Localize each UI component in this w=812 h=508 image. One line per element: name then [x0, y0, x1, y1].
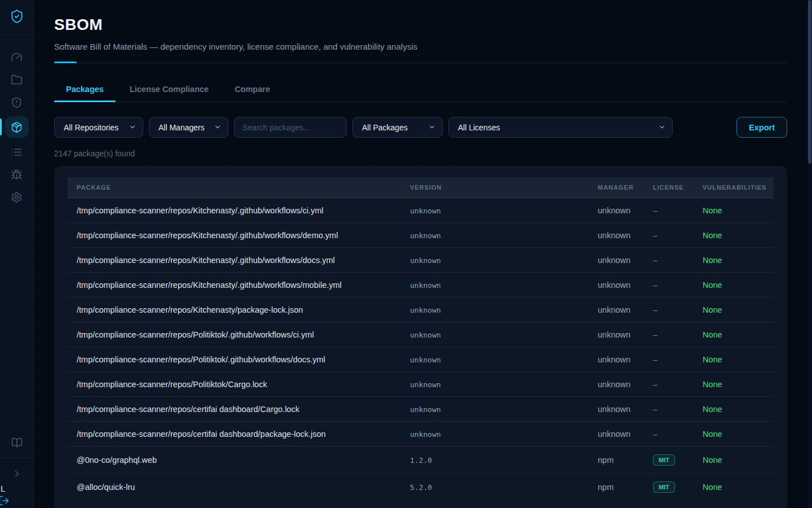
package-cell: @alloc/quick-lru: [68, 474, 401, 501]
vulnerabilities-cell: None: [694, 273, 774, 297]
table-row[interactable]: /tmp/compliance-scanner/repos/certifai d…: [68, 422, 774, 446]
table-row[interactable]: /tmp/compliance-scanner/repos/Kitchenast…: [68, 297, 774, 322]
vulnerabilities-cell: None: [694, 248, 774, 273]
vulnerabilities-cell: None: [694, 397, 774, 422]
manager-cell: npm: [589, 474, 644, 501]
vulnerabilities-cell: None: [694, 223, 774, 248]
tab-license-compliance[interactable]: License Compliance: [118, 85, 220, 102]
sidebar-item-repositories[interactable]: [6, 71, 28, 88]
manager-cell: unknown: [589, 223, 644, 248]
sidebar-item-security[interactable]: [6, 94, 28, 111]
vulnerabilities-cell: None: [694, 474, 774, 501]
package-type-filter-select[interactable]: All Packages: [352, 117, 443, 138]
page-scrollbar-thumb[interactable]: [808, 0, 811, 164]
manager-cell: unknown: [589, 347, 644, 372]
license-cell: –: [644, 422, 694, 446]
manager-cell: unknown: [589, 297, 644, 322]
column-header-vulnerabilities: Vulnerabilities: [694, 177, 774, 198]
table-row[interactable]: /tmp/compliance-scanner/repos/Kitchenast…: [68, 198, 774, 223]
sidebar-item-inventory-list[interactable]: [6, 143, 28, 160]
column-header-license: License: [644, 177, 694, 198]
table-row[interactable]: /tmp/compliance-scanner/repos/certifai d…: [68, 397, 774, 422]
license-value: –: [653, 355, 657, 364]
sidebar-item-docs[interactable]: [6, 434, 28, 451]
table-row[interactable]: /tmp/compliance-scanner/repos/Politiktok…: [68, 372, 774, 397]
shield-alert-icon: [11, 97, 23, 108]
vulnerabilities-cell: None: [694, 297, 774, 322]
version-cell: unknown: [401, 198, 589, 223]
page-subtitle: Software Bill of Materials — dependency …: [54, 42, 787, 51]
book-icon: [11, 437, 23, 448]
package-cell: /tmp/compliance-scanner/repos/Kitchenast…: [68, 198, 401, 223]
sidebar-nav: [0, 35, 33, 205]
license-filter-select[interactable]: All Licenses: [448, 117, 673, 138]
manager-cell: unknown: [589, 198, 644, 223]
clipped-tooltip-label: L: [1, 484, 5, 493]
license-value: –: [653, 305, 657, 314]
manager-cell: unknown: [589, 372, 644, 397]
bug-icon: [11, 169, 23, 181]
sidebar: L: [0, 0, 34, 508]
results-count: 2147 package(s) found: [54, 149, 787, 158]
column-header-version: Version: [401, 177, 589, 198]
license-value: –: [653, 405, 657, 414]
sidebar-divider: [0, 458, 34, 458]
gauge-icon: [11, 51, 23, 63]
tab-packages[interactable]: Packages: [54, 85, 116, 102]
table-row[interactable]: /tmp/compliance-scanner/repos/Politiktok…: [68, 322, 774, 347]
page-scrollbar-track[interactable]: [807, 0, 812, 508]
column-header-manager: Manager: [589, 177, 644, 198]
table-row[interactable]: /tmp/compliance-scanner/repos/Politiktok…: [68, 347, 774, 372]
license-cell: –: [644, 223, 694, 248]
sidebar-item-settings[interactable]: [6, 189, 28, 205]
version-cell: unknown: [401, 297, 589, 322]
header-divider: [54, 62, 787, 63]
logout-icon[interactable]: [0, 495, 10, 508]
license-cell: –: [644, 347, 694, 372]
packages-table-card: PackageVersionManagerLicenseVulnerabilit…: [54, 166, 787, 508]
package-type-filter: All Packages: [352, 117, 443, 138]
table-row[interactable]: /tmp/compliance-scanner/repos/Kitchenast…: [68, 223, 774, 248]
sidebar-item-dashboard[interactable]: [6, 49, 28, 65]
table-row[interactable]: /tmp/compliance-scanner/repos/Kitchenast…: [68, 273, 774, 297]
package-cell: @0no-co/graphql.web: [68, 446, 401, 474]
sidebar-item-sbom-packages[interactable]: [5, 116, 29, 138]
version-cell: unknown: [401, 397, 589, 422]
tab-bar: PackagesLicense ComplianceCompare: [54, 85, 787, 102]
license-value: –: [653, 430, 657, 439]
repository-filter: All Repositories: [54, 117, 143, 138]
header-accent-bar: [54, 62, 77, 63]
app-logo[interactable]: [0, 0, 34, 35]
main-content: SBOM Software Bill of Materials — depend…: [34, 0, 812, 508]
tab-compare[interactable]: Compare: [223, 85, 282, 102]
version-cell: unknown: [401, 347, 589, 372]
package-cell: /tmp/compliance-scanner/repos/certifai d…: [68, 422, 401, 446]
shield-check-icon: [10, 8, 24, 27]
table-row[interactable]: /tmp/compliance-scanner/repos/Kitchenast…: [68, 248, 774, 273]
manager-cell: unknown: [589, 397, 644, 422]
sidebar-item-issues[interactable]: [6, 166, 28, 183]
export-button[interactable]: Export: [736, 117, 787, 138]
table-row[interactable]: @alloc/quick-lru5.2.0npmMITNone: [68, 474, 774, 501]
sidebar-item-collapse[interactable]: [6, 465, 28, 482]
license-cell: –: [644, 297, 694, 322]
license-badge: MIT: [653, 481, 675, 493]
vulnerabilities-cell: None: [694, 372, 774, 397]
manager-filter: All Managers: [149, 117, 228, 138]
table-row[interactable]: @0no-co/graphql.web1.2.0npmMITNone: [68, 446, 774, 474]
chevron-right-icon: [11, 468, 23, 479]
repository-filter-select[interactable]: All Repositories: [54, 117, 143, 138]
manager-filter-select[interactable]: All Managers: [149, 117, 228, 138]
license-cell: –: [644, 397, 694, 422]
manager-cell: unknown: [589, 273, 644, 297]
license-cell: –: [644, 273, 694, 297]
search-packages-input[interactable]: [234, 117, 347, 138]
license-cell: –: [644, 248, 694, 273]
manager-cell: unknown: [589, 422, 644, 446]
package-cell: /tmp/compliance-scanner/repos/certifai d…: [68, 397, 401, 422]
package-cell: /tmp/compliance-scanner/repos/Politiktok…: [68, 347, 401, 372]
package-cell: /tmp/compliance-scanner/repos/Kitchenast…: [68, 273, 401, 297]
vulnerabilities-cell: None: [694, 347, 774, 372]
package-cell: /tmp/compliance-scanner/repos/Kitchenast…: [68, 297, 401, 322]
license-cell: MIT: [644, 474, 694, 501]
